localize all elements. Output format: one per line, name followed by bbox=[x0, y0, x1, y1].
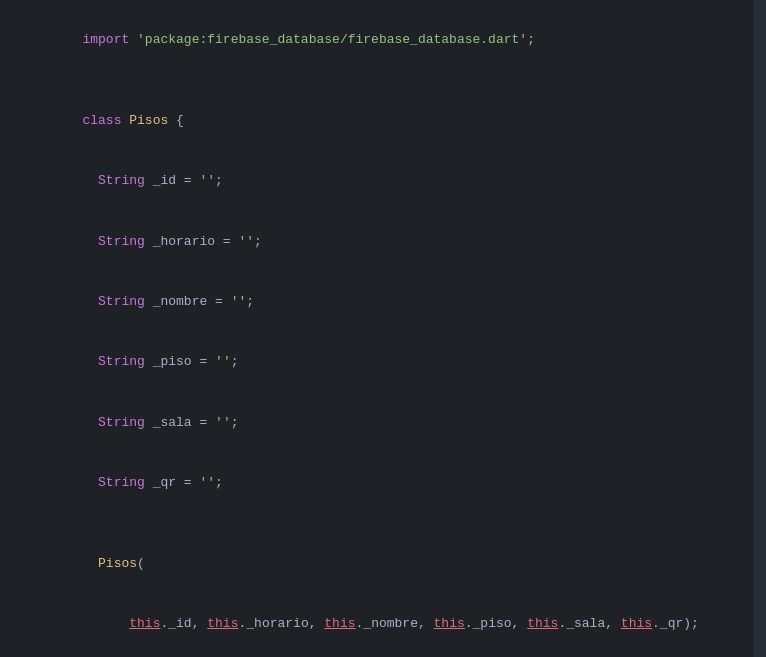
code-line-6: String _nombre = ''; bbox=[16, 272, 754, 332]
code-line-1: import 'package:firebase_database/fireba… bbox=[16, 10, 754, 70]
code-line-8: String _sala = ''; bbox=[16, 393, 754, 453]
code-line-9: String _qr = ''; bbox=[16, 453, 754, 513]
code-line-5: String _horario = ''; bbox=[16, 211, 754, 271]
code-line-3: class Pisos { bbox=[16, 91, 754, 151]
code-line-11: Pisos( bbox=[16, 534, 754, 594]
code-line-2 bbox=[16, 70, 754, 90]
editor-container: import 'package:firebase_database/fireba… bbox=[0, 0, 766, 657]
scrollbar[interactable] bbox=[754, 0, 766, 657]
code-line-12: this._id, this._horario, this._nombre, t… bbox=[16, 594, 754, 654]
code-line-4: String _id = ''; bbox=[16, 151, 754, 211]
code-line-7: String _piso = ''; bbox=[16, 332, 754, 392]
code-editor[interactable]: import 'package:firebase_database/fireba… bbox=[0, 0, 754, 657]
code-line-10 bbox=[16, 514, 754, 534]
